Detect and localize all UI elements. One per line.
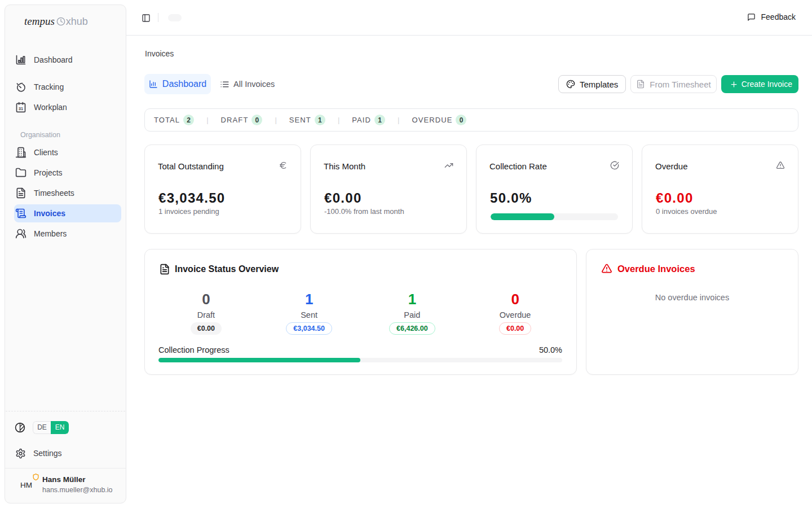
svg-text:31: 31 <box>19 107 23 111</box>
